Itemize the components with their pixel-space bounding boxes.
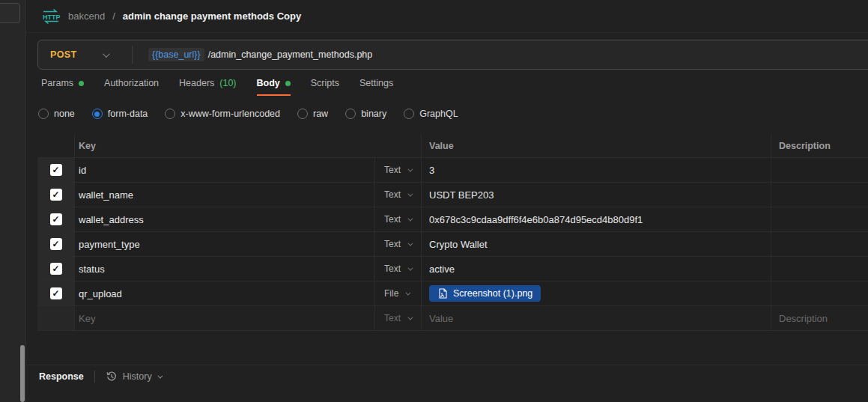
description-cell[interactable]: [771, 158, 868, 182]
header-key: Key: [75, 135, 422, 157]
chevron-down-icon: [407, 240, 413, 246]
tab-settings[interactable]: Settings: [359, 78, 393, 96]
table-row: ✓ wallet_address Text 0x678c3c9cdaa9dff6…: [37, 207, 868, 232]
description-input-placeholder[interactable]: Description: [771, 306, 868, 330]
collapsed-sidebar: [0, 0, 26, 402]
tab-params[interactable]: Params: [41, 78, 84, 96]
http-request-icon: HTTP: [41, 8, 61, 25]
params-dot-indicator: [79, 81, 84, 86]
mode-raw[interactable]: raw: [297, 109, 328, 119]
key-cell[interactable]: qr_upload: [75, 281, 375, 305]
mode-x-www-form-urlencoded[interactable]: x-www-form-urlencoded: [165, 109, 280, 119]
mode-none[interactable]: none: [38, 109, 75, 119]
breadcrumb-workspace[interactable]: bakcend: [68, 10, 105, 22]
key-cell[interactable]: wallet_name: [75, 183, 375, 207]
type-dropdown[interactable]: Text: [375, 183, 422, 207]
row-checkbox[interactable]: ✓: [50, 164, 62, 176]
tab-authorization[interactable]: Authorization: [104, 78, 159, 96]
type-label: Text: [384, 239, 401, 249]
history-button[interactable]: History: [106, 371, 161, 383]
radio-icon-selected: [92, 109, 103, 119]
row-checkbox[interactable]: ✓: [50, 263, 62, 275]
type-label: Text: [384, 313, 401, 323]
radio-icon: [165, 109, 175, 119]
form-data-table: Key Value Description ✓ id Text 3 ✓ wall…: [37, 135, 868, 331]
row-checkbox[interactable]: ✓: [50, 213, 62, 225]
scrollbar-thumb[interactable]: [20, 345, 25, 402]
table-row: ✓ id Text 3: [37, 158, 868, 183]
svg-text:HTTP: HTTP: [43, 13, 61, 21]
type-label: Text: [384, 165, 401, 175]
request-title[interactable]: admin change payment methods Copy: [123, 10, 301, 22]
value-cell[interactable]: 3: [422, 158, 771, 182]
key-input-placeholder[interactable]: Key: [75, 306, 375, 330]
description-cell[interactable]: [771, 183, 868, 207]
value-cell[interactable]: Crypto Wallet: [422, 232, 771, 256]
type-dropdown[interactable]: Text: [375, 257, 422, 281]
value-input-placeholder[interactable]: Value: [422, 306, 771, 330]
type-label: File: [384, 288, 398, 299]
mode-binary[interactable]: binary: [345, 109, 386, 119]
row-checkbox[interactable]: ✓: [50, 287, 62, 299]
file-image-icon: [437, 288, 448, 299]
description-cell[interactable]: [771, 207, 868, 231]
url-input[interactable]: {{base_url}} /admin_change_payment_metho…: [148, 48, 372, 61]
request-url-bar: POST {{base_url}} /admin_change_payment_…: [37, 40, 868, 70]
base-url-variable[interactable]: {{base_url}}: [148, 48, 204, 61]
value-cell[interactable]: active: [422, 257, 771, 281]
mode-label: binary: [361, 109, 386, 119]
mode-form-data[interactable]: form-data: [92, 109, 148, 119]
type-label: Text: [384, 189, 401, 200]
radio-icon: [345, 109, 356, 119]
row-checkbox[interactable]: ✓: [50, 238, 62, 250]
chevron-down-icon: [407, 191, 413, 196]
url-path: /admin_change_payment_methods.php: [208, 49, 373, 60]
mode-label: x-www-form-urlencoded: [180, 109, 280, 119]
tab-label: Scripts: [311, 78, 339, 88]
tab-label: Settings: [359, 78, 393, 88]
tab-headers[interactable]: Headers (10): [179, 78, 236, 96]
key-cell[interactable]: id: [75, 158, 375, 182]
tab-label: Authorization: [104, 78, 159, 88]
empty-checkbox-cell: [37, 306, 75, 330]
description-cell[interactable]: [771, 257, 868, 281]
mode-graphql[interactable]: GraphQL: [404, 109, 458, 119]
body-dot-indicator: [285, 81, 291, 86]
type-dropdown[interactable]: Text: [375, 207, 422, 231]
type-dropdown[interactable]: File: [375, 281, 422, 305]
response-divider: [26, 365, 868, 365]
header-value: Value: [422, 135, 771, 157]
history-label: History: [123, 371, 152, 382]
key-cell[interactable]: status: [75, 257, 375, 281]
request-tabs: Params Authorization Headers (10) Body S…: [41, 78, 393, 101]
headers-count: (10): [219, 78, 236, 88]
chevron-down-icon: [407, 314, 413, 320]
radio-icon: [38, 109, 49, 119]
value-cell[interactable]: USDT BEP203: [422, 183, 771, 207]
divider: [132, 46, 133, 64]
sidebar-collapsed-tab[interactable]: [0, 3, 20, 23]
uploaded-file-chip[interactable]: Screenshot (1).png: [429, 285, 541, 302]
method-selector[interactable]: POST: [38, 49, 132, 60]
table-row: ✓ payment_type Text Crypto Wallet: [37, 232, 868, 257]
value-cell[interactable]: 0x678c3c9cdaa9dff6f4e6b0a874d95ecd4b80d9…: [422, 207, 771, 231]
row-checkbox[interactable]: ✓: [50, 189, 62, 201]
tab-scripts[interactable]: Scripts: [311, 78, 339, 96]
tab-body[interactable]: Body: [257, 78, 291, 96]
description-cell[interactable]: [771, 281, 868, 305]
chevron-down-icon: [407, 265, 413, 270]
history-clock-icon: [106, 371, 118, 383]
key-cell[interactable]: payment_type: [75, 232, 375, 256]
key-cell[interactable]: wallet_address: [75, 207, 375, 231]
table-row: ✓ qr_upload File Screenshot (1).png: [37, 281, 868, 306]
type-dropdown[interactable]: Text: [375, 232, 422, 256]
chevron-down-icon: [407, 166, 413, 171]
mode-label: form-data: [108, 109, 148, 119]
type-dropdown[interactable]: Text: [375, 158, 422, 182]
type-dropdown[interactable]: Text: [375, 306, 422, 330]
breadcrumb-separator: /: [112, 10, 115, 22]
type-label: Text: [384, 214, 401, 225]
description-cell[interactable]: [771, 232, 868, 256]
table-row-empty: Key Text Value Description: [37, 306, 868, 331]
chevron-down-icon: [157, 373, 163, 378]
